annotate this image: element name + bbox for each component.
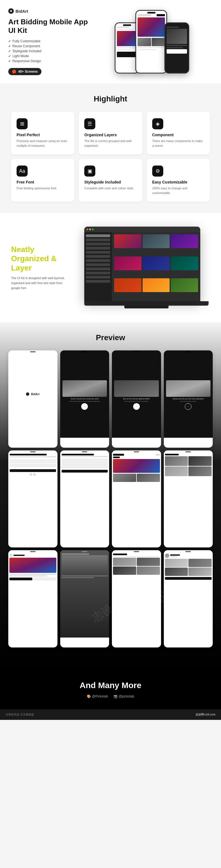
maximize-dot <box>92 228 94 230</box>
feature-item-4: ✓Light Mode <box>8 54 91 58</box>
pw-input-3[interactable] <box>62 465 108 468</box>
artist-desc-2 <box>9 575 47 577</box>
splash-logo: BidArt <box>26 350 39 438</box>
check-icon-5: ✓ <box>8 59 11 63</box>
home-title <box>113 454 124 456</box>
splash-logo-text: BidArt <box>31 393 39 396</box>
following-screen <box>164 451 213 538</box>
splash-logo-icon <box>26 393 29 396</box>
content-thumb-7 <box>114 278 141 292</box>
laptop-content <box>112 232 200 301</box>
content-thumb-9 <box>171 278 198 292</box>
onboarding-text-1: Auction houses from around the world <box>71 398 99 400</box>
following-img-1 <box>165 456 188 466</box>
highlight-section: Highlight ⊞ Pixel Perfect Precisely and … <box>0 84 221 213</box>
social-link-2[interactable]: 📸 @pickolab <box>114 694 134 698</box>
content-thumb-1 <box>114 234 141 248</box>
close-dot <box>87 228 88 230</box>
figma-icon <box>12 70 16 73</box>
email-input[interactable] <box>10 460 56 463</box>
feature-icon-2: ◈ <box>152 118 163 129</box>
at-icon-1: 🎨 <box>87 694 91 698</box>
following-notch <box>185 451 191 453</box>
tab-1[interactable] <box>113 457 120 458</box>
check-icon-3: ✓ <box>8 50 11 53</box>
sidebar-item-mock-9 <box>86 268 110 270</box>
profile-header <box>165 554 212 558</box>
following-img-3 <box>165 466 188 476</box>
result-img-4 <box>137 566 160 575</box>
highlight-title: Highlight <box>11 94 210 103</box>
onboarding-btn-1[interactable]: → <box>81 403 88 410</box>
pw-next-button[interactable] <box>62 470 108 472</box>
preview-phone-email <box>8 451 58 548</box>
feature-card-5: ⚙ Easy Customizable 100% easy to change … <box>147 159 210 202</box>
password-input[interactable] <box>10 464 56 467</box>
bid-button[interactable] <box>9 578 32 580</box>
phone-mockups <box>115 10 189 73</box>
social-icon-1[interactable] <box>30 473 32 476</box>
preview-row-1: BidArt Auction houses from around the wo… <box>8 350 213 448</box>
logo-icon <box>8 8 14 14</box>
preview-phone-onboarding-1: Auction houses from around the world lor… <box>60 350 109 448</box>
home-tabs <box>113 457 160 458</box>
many-more-section: And Many More 🎨 @Pickolab 📸 @pickolab <box>0 670 221 709</box>
artist-main-img <box>9 558 56 573</box>
feature-card-1: ☰ Organized Layers The file is correct g… <box>79 112 142 154</box>
next-button[interactable] <box>10 469 56 472</box>
onboarding-1-bottom <box>60 438 109 443</box>
social-link-1[interactable]: 🎨 @Pickolab <box>87 694 108 698</box>
social-icons <box>10 473 56 476</box>
artist-actions <box>9 578 56 580</box>
onboarding-2-screen: Buy art from premier galleries BidArt lo… <box>112 350 161 438</box>
result-img-2 <box>137 558 160 566</box>
content-thumb-2 <box>143 234 170 248</box>
features-grid: ⊞ Pixel Perfect Precisely and measure us… <box>11 112 210 202</box>
sidebar-item-mock-7 <box>86 259 110 262</box>
organized-left: Neatly Organized & Layer The UI Kit is d… <box>11 245 72 291</box>
feature-title-5: Easy Customizable <box>152 180 204 184</box>
social-handle-2: @pickolab <box>119 694 134 698</box>
check-icon-4: ✓ <box>8 55 11 58</box>
email-subtitle <box>10 456 56 457</box>
onboarding-subtext-1: lorem ipsum dolor sit amet consectetur a… <box>70 400 100 402</box>
laptop-mockup <box>84 226 200 301</box>
sidebar-item-mock-3 <box>86 243 110 245</box>
onboarding-subtext-3: lorem ipsum dolor sit amet <box>180 400 196 402</box>
laptop-bar <box>84 226 200 232</box>
tab-2[interactable] <box>121 457 126 458</box>
feature-icon-3: Aa <box>17 165 28 177</box>
artist-notch <box>30 551 36 552</box>
home-thumb-2 <box>137 474 160 482</box>
splash-notch <box>30 351 36 352</box>
organized-section: Neatly Organized & Layer The UI Kit is d… <box>0 213 221 322</box>
artist-content <box>8 550 58 582</box>
sidebar-item-mock-10 <box>86 272 110 274</box>
arrow-icon-3: → <box>187 405 189 408</box>
feature-title-4: Styleguide Included <box>84 180 136 184</box>
social-icon-2[interactable] <box>33 473 36 476</box>
watch-button[interactable] <box>33 578 56 580</box>
following-content <box>164 451 213 477</box>
onboarding-btn-3[interactable]: → <box>185 403 191 410</box>
minimize-dot <box>89 228 91 230</box>
preview-phone-artwork <box>60 550 109 648</box>
result-screen <box>112 550 161 638</box>
organized-right <box>83 226 210 308</box>
artwork-notch <box>82 551 87 552</box>
pw-input-1[interactable] <box>62 459 108 462</box>
preview-phone-password <box>60 451 109 548</box>
hero-left: BidArt Art Bidding Mobile App UI Kit ✓Fu… <box>8 8 91 75</box>
onboarding-3-bottom <box>164 438 213 443</box>
profile-button[interactable] <box>165 577 212 580</box>
artist-screen <box>8 550 58 638</box>
screens-badge[interactable]: 40+ Screens <box>8 68 41 75</box>
profile-grid <box>165 559 212 576</box>
at-icon-2: 📸 <box>114 694 118 698</box>
profile-img-1 <box>165 559 188 567</box>
pw-input-2[interactable] <box>62 462 108 465</box>
result-grid <box>113 558 160 575</box>
onboarding-btn-2[interactable]: → <box>133 403 140 410</box>
onboarding-3-notch <box>185 351 191 352</box>
laptop-sidebar <box>84 232 112 301</box>
